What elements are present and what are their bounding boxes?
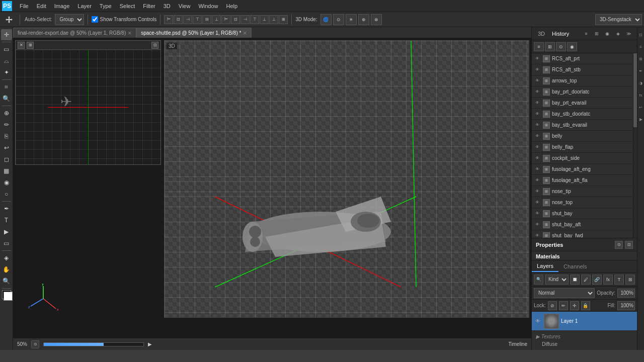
mat-eye-13[interactable]: 👁 — [534, 199, 541, 206]
textures-label[interactable]: ▶ Textures — [536, 333, 633, 340]
distribute-left-btn[interactable]: ⊢ — [221, 15, 230, 24]
right-tool-styles[interactable]: fx — [638, 89, 644, 101]
mat-eye-8[interactable]: 👁 — [534, 144, 541, 151]
material-item-12[interactable]: 👁 ⊞ nose_tip — [532, 186, 637, 197]
menu-help[interactable]: Help — [223, 2, 242, 10]
mat-tb-btn2[interactable]: ⊞ — [545, 42, 555, 51]
material-item-15[interactable]: 👁 ⊞ shut_bay_aft — [532, 219, 637, 230]
layers-tb-btn5[interactable]: T — [614, 275, 624, 285]
align-right-btn[interactable]: ⊣ — [183, 15, 192, 24]
tab-final-render[interactable]: final-render-export.dae @ 50% (Layer 1, … — [13, 28, 136, 38]
fill-input[interactable] — [617, 301, 635, 310]
layers-filter-select[interactable]: Kind — [545, 275, 569, 285]
small-vp-close[interactable]: ✕ — [18, 42, 25, 49]
material-item-13[interactable]: 👁 ⊞ nose_top — [532, 197, 637, 208]
panel-tab-history[interactable]: History — [550, 31, 571, 37]
layers-tab[interactable]: Layers — [532, 260, 558, 272]
channels-tab[interactable]: Channels — [558, 260, 592, 272]
material-item-1[interactable]: 👁 ⊞ RCS_aft_stb — [532, 64, 637, 75]
zoom-indicator-btn[interactable]: ⊙ — [31, 340, 39, 348]
panel-icon-circle[interactable]: ◉ — [603, 29, 612, 38]
move-tool[interactable]: ✛ — [1, 29, 12, 40]
align-bottom-btn[interactable]: ⊥ — [212, 15, 221, 24]
right-tool-properties[interactable]: ⊡ — [638, 29, 644, 40]
menu-3d[interactable]: 3D — [160, 2, 174, 10]
menu-edit[interactable]: Edit — [33, 2, 50, 10]
background-color[interactable] — [4, 292, 13, 301]
timeline-progress[interactable] — [43, 342, 144, 346]
right-tool-history[interactable]: ↩ — [638, 102, 644, 113]
dodge-tool[interactable]: ○ — [1, 189, 12, 200]
menu-image[interactable]: Image — [51, 2, 73, 10]
menu-type[interactable]: Type — [96, 2, 115, 10]
3d-scale-btn[interactable]: ⊗ — [371, 14, 382, 25]
scrollbar-thumb[interactable] — [633, 53, 637, 127]
lasso-tool[interactable]: ⌓ — [1, 55, 12, 66]
mat-tb-btn1[interactable]: ≡ — [534, 42, 544, 51]
mat-tb-btn3[interactable]: ⊙ — [556, 42, 566, 51]
path-select-tool[interactable]: ▶ — [1, 226, 12, 237]
material-item-11[interactable]: 👁 ⊞ fusolage_aft_fla — [532, 175, 637, 186]
lock-image-btn[interactable]: ✏ — [559, 301, 568, 310]
show-transform-checkbox[interactable] — [92, 16, 98, 23]
mat-eye-15[interactable]: 👁 — [534, 221, 541, 228]
foreground-color[interactable] — [2, 290, 11, 299]
material-item-9[interactable]: 👁 ⊞ cockpit_side — [532, 153, 637, 164]
material-item-14[interactable]: 👁 ⊞ shut_bay — [532, 208, 637, 219]
mat-eye-9[interactable]: 👁 — [534, 155, 541, 162]
lock-transparent-btn[interactable]: ⊘ — [548, 301, 557, 310]
lock-position-btn[interactable]: ✛ — [570, 301, 579, 310]
menu-select[interactable]: Select — [116, 2, 139, 10]
tab-final-render-close[interactable]: ✕ — [128, 31, 132, 36]
small-vp-expand[interactable]: ⊡ — [151, 42, 158, 49]
prop-icon1[interactable]: ⊙ — [615, 241, 623, 249]
mat-eye-12[interactable]: 👁 — [534, 188, 541, 195]
material-item-0[interactable]: 👁 ⊞ RCS_aft_prt — [532, 53, 637, 64]
layers-tb-btn3[interactable]: 🔗 — [592, 275, 602, 285]
layers-tb-btn4[interactable]: fx — [603, 275, 613, 285]
type-tool[interactable]: T — [1, 215, 12, 226]
align-top-btn[interactable]: ⊤ — [193, 15, 202, 24]
layers-tb-btn1[interactable]: 🔲 — [570, 275, 580, 285]
mat-eye-7[interactable]: 👁 — [534, 133, 541, 140]
material-item-10[interactable]: 👁 ⊞ fusolage_aft_eng — [532, 164, 637, 175]
right-tool-actions[interactable]: ▶ — [638, 114, 644, 125]
right-tool-channels[interactable]: ⊞ — [638, 53, 644, 64]
3d-mode-select[interactable]: 3D-Sengstack — [595, 14, 642, 25]
mat-eye-11[interactable]: 👁 — [534, 177, 541, 184]
distribute-top-btn[interactable]: ⊤ — [250, 15, 259, 24]
crop-tool[interactable]: ⌗ — [1, 81, 12, 93]
material-item-8[interactable]: 👁 ⊞ belly_flap — [532, 142, 637, 153]
opacity-input[interactable] — [617, 289, 635, 298]
menu-window[interactable]: Window — [195, 2, 221, 10]
marquee-tool[interactable]: ▭ — [1, 44, 12, 55]
shape-tool[interactable]: ▭ — [1, 238, 12, 249]
tab-space-shuttle-close[interactable]: ✕ — [243, 31, 247, 36]
align-middle-v-btn[interactable]: ⊟ — [202, 15, 211, 24]
show-transform-label[interactable]: Show Transform Controls — [92, 16, 156, 23]
zoom-tool[interactable]: 🔍 — [1, 276, 12, 287]
3d-pan-btn[interactable]: ✳ — [346, 14, 357, 25]
mat-eye-3[interactable]: 👁 — [534, 88, 541, 96]
material-item-5[interactable]: 👁 ⊞ bay_stb_doorlatc — [532, 109, 637, 120]
panel-icon-grid[interactable]: ⊞ — [592, 29, 601, 38]
menu-file[interactable]: File — [16, 2, 32, 10]
mat-eye-6[interactable]: 👁 — [534, 122, 541, 129]
material-list-scrollbar[interactable] — [633, 53, 637, 238]
brush-tool[interactable]: ✏ — [1, 119, 12, 130]
menu-filter[interactable]: Filter — [139, 2, 158, 10]
pen-tool[interactable]: ✒ — [1, 203, 12, 214]
material-item-2[interactable]: 👁 ⊞ arrows_top — [532, 75, 637, 86]
lock-all-btn[interactable]: 🔒 — [581, 301, 590, 310]
mat-eye-16[interactable]: 👁 — [534, 232, 541, 238]
mat-eye-1[interactable]: 👁 — [534, 66, 541, 73]
menu-view[interactable]: View — [175, 2, 194, 10]
layers-tb-btn6[interactable]: ⊞ — [625, 275, 635, 285]
blur-tool[interactable]: ◉ — [1, 177, 12, 188]
layers-filter-icon[interactable]: 🔍 — [534, 275, 543, 285]
right-tool-paths[interactable]: ✒ — [638, 65, 644, 76]
material-item-16[interactable]: 👁 ⊞ shut_bay_fwd — [532, 230, 637, 238]
3d-slide-btn[interactable]: ⊕ — [358, 14, 369, 25]
3d-tool[interactable]: ◈ — [1, 252, 12, 263]
mat-eye-5[interactable]: 👁 — [534, 111, 541, 118]
